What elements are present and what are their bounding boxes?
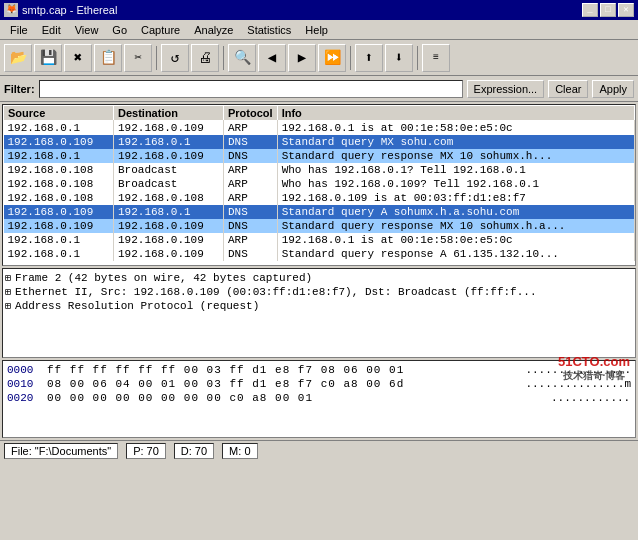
cell-info: Standard query response MX 10 sohumx.h.a… xyxy=(277,219,634,233)
cell-info: Standard query A sohumx.h.a.sohu.com xyxy=(277,205,634,219)
cell-proto: DNS xyxy=(224,135,278,149)
tb-fast-fwd[interactable]: ⏩ xyxy=(318,44,346,72)
cell-dest: 192.168.0.109 xyxy=(114,149,224,163)
cell-dest: 192.168.0.109 xyxy=(114,233,224,247)
cell-info: Standard query response MX 10 sohumx.h..… xyxy=(277,149,634,163)
table-row[interactable]: 192.168.0.109192.168.0.1DNSStandard quer… xyxy=(4,135,635,149)
menu-item-edit[interactable]: Edit xyxy=(36,23,67,37)
col-source: Source xyxy=(4,106,114,121)
app-icon: 🦊 xyxy=(4,3,18,17)
detail-row[interactable]: ⊞Ethernet II, Src: 192.168.0.109 (00:03:… xyxy=(5,285,633,299)
tb-search[interactable]: 🔍 xyxy=(228,44,256,72)
cell-source: 192.168.0.1 xyxy=(4,247,114,261)
tb-reload[interactable]: ↺ xyxy=(161,44,189,72)
cell-dest: 192.168.0.109 xyxy=(114,219,224,233)
cell-source: 192.168.0.109 xyxy=(4,219,114,233)
cell-dest: 192.168.0.108 xyxy=(114,191,224,205)
packet-table: Source Destination Protocol Info 192.168… xyxy=(3,105,635,261)
status-d: D: 70 xyxy=(174,443,214,459)
packet-list[interactable]: Source Destination Protocol Info 192.168… xyxy=(2,104,636,266)
packet-table-header: Source Destination Protocol Info xyxy=(4,106,635,121)
cell-dest: Broadcast xyxy=(114,163,224,177)
tb-open[interactable]: 📂 xyxy=(4,44,32,72)
cell-info: 192.168.0.1 is at 00:1e:58:0e:e5:0c xyxy=(277,233,634,247)
table-row[interactable]: 192.168.0.1192.168.0.109ARP192.168.0.1 i… xyxy=(4,233,635,247)
tb-prev[interactable]: ◀ xyxy=(258,44,286,72)
menu-item-analyze[interactable]: Analyze xyxy=(188,23,239,37)
cell-dest: 192.168.0.1 xyxy=(114,135,224,149)
tb-print[interactable]: 🖨 xyxy=(191,44,219,72)
tb-up[interactable]: ⬆ xyxy=(355,44,383,72)
cell-source: 192.168.0.1 xyxy=(4,149,114,163)
expand-icon[interactable]: ⊞ xyxy=(5,272,11,284)
tb-options[interactable]: ≡ xyxy=(422,44,450,72)
packet-detail[interactable]: ⊞Frame 2 (42 bytes on wire, 42 bytes cap… xyxy=(2,268,636,358)
cell-info: 192.168.0.1 is at 00:1e:58:0e:e5:0c xyxy=(277,121,634,136)
detail-text: Frame 2 (42 bytes on wire, 42 bytes capt… xyxy=(15,272,312,284)
cell-info: Who has 192.168.0.1? Tell 192.168.0.1 xyxy=(277,163,634,177)
expand-icon[interactable]: ⊞ xyxy=(5,286,11,298)
status-m: M: 0 xyxy=(222,443,257,459)
tb-down[interactable]: ⬇ xyxy=(385,44,413,72)
cell-info: Standard query MX sohu.com xyxy=(277,135,634,149)
status-bar: File: "F:\Documents" P: 70 D: 70 M: 0 xyxy=(0,440,638,460)
cell-proto: ARP xyxy=(224,233,278,247)
toolbar-separator-4 xyxy=(417,46,418,70)
menu-item-help[interactable]: Help xyxy=(299,23,334,37)
table-row[interactable]: 192.168.0.108BroadcastARPWho has 192.168… xyxy=(4,163,635,177)
cell-dest: 192.168.0.109 xyxy=(114,121,224,136)
hex-dump: 0000ff ff ff ff ff ff 00 03 ff d1 e8 f7 … xyxy=(2,360,636,438)
tb-save[interactable]: 💾 xyxy=(34,44,62,72)
filter-bar: Filter: Expression... Clear Apply xyxy=(0,76,638,102)
expression-button[interactable]: Expression... xyxy=(467,80,545,98)
main-content: Source Destination Protocol Info 192.168… xyxy=(0,104,638,438)
table-row[interactable]: 192.168.0.109192.168.0.1DNSStandard quer… xyxy=(4,205,635,219)
apply-button[interactable]: Apply xyxy=(592,80,634,98)
cell-dest: 192.168.0.109 xyxy=(114,247,224,261)
watermark-line1: 51CTO.com xyxy=(558,354,630,369)
cell-source: 192.168.0.109 xyxy=(4,205,114,219)
tb-props[interactable]: 📋 xyxy=(94,44,122,72)
title-bar-left: 🦊 smtp.cap - Ethereal xyxy=(4,3,117,17)
col-info: Info xyxy=(277,106,634,121)
table-row[interactable]: 192.168.0.108BroadcastARPWho has 192.168… xyxy=(4,177,635,191)
hex-bytes: 08 00 06 04 00 01 00 03 ff d1 e8 f7 c0 a… xyxy=(47,378,517,390)
clear-button[interactable]: Clear xyxy=(548,80,588,98)
title-text: smtp.cap - Ethereal xyxy=(22,4,117,16)
menu-item-capture[interactable]: Capture xyxy=(135,23,186,37)
expand-icon[interactable]: ⊞ xyxy=(5,300,11,312)
cell-info: Who has 192.168.0.109? Tell 192.168.0.1 xyxy=(277,177,634,191)
maximize-button[interactable]: □ xyxy=(600,3,616,17)
menu-item-file[interactable]: File xyxy=(4,23,34,37)
cell-source: 192.168.0.1 xyxy=(4,233,114,247)
cell-dest: 192.168.0.1 xyxy=(114,205,224,219)
menu-item-go[interactable]: Go xyxy=(106,23,133,37)
cell-proto: ARP xyxy=(224,121,278,136)
table-row[interactable]: 192.168.0.1192.168.0.109DNSStandard quer… xyxy=(4,149,635,163)
cell-source: 192.168.0.109 xyxy=(4,135,114,149)
minimize-button[interactable]: _ xyxy=(582,3,598,17)
tb-cut[interactable]: ✂ xyxy=(124,44,152,72)
hex-offset: 0000 xyxy=(7,364,39,376)
table-row[interactable]: 192.168.0.1192.168.0.109DNSStandard quer… xyxy=(4,247,635,261)
status-file: File: "F:\Documents" xyxy=(4,443,118,459)
tb-close[interactable]: ✖ xyxy=(64,44,92,72)
table-row[interactable]: 192.168.0.1192.168.0.109ARP192.168.0.1 i… xyxy=(4,121,635,136)
close-button[interactable]: ✕ xyxy=(618,3,634,17)
hex-bytes: 00 00 00 00 00 00 00 00 c0 a8 00 01 xyxy=(47,392,543,404)
table-row[interactable]: 192.168.0.109192.168.0.109DNSStandard qu… xyxy=(4,219,635,233)
table-row[interactable]: 192.168.0.108192.168.0.108ARP192.168.0.1… xyxy=(4,191,635,205)
hex-offset: 0010 xyxy=(7,378,39,390)
status-p: P: 70 xyxy=(126,443,166,459)
detail-row[interactable]: ⊞Address Resolution Protocol (request) xyxy=(5,299,633,313)
filter-input[interactable] xyxy=(39,80,463,98)
detail-row[interactable]: ⊞Frame 2 (42 bytes on wire, 42 bytes cap… xyxy=(5,271,633,285)
title-bar: 🦊 smtp.cap - Ethereal _ □ ✕ xyxy=(0,0,638,20)
menu-item-view[interactable]: View xyxy=(69,23,105,37)
hex-row: 001008 00 06 04 00 01 00 03 ff d1 e8 f7 … xyxy=(7,377,631,391)
menu-item-statistics[interactable]: Statistics xyxy=(241,23,297,37)
tb-next[interactable]: ▶ xyxy=(288,44,316,72)
cell-proto: ARP xyxy=(224,163,278,177)
cell-proto: DNS xyxy=(224,205,278,219)
cell-source: 192.168.0.108 xyxy=(4,191,114,205)
